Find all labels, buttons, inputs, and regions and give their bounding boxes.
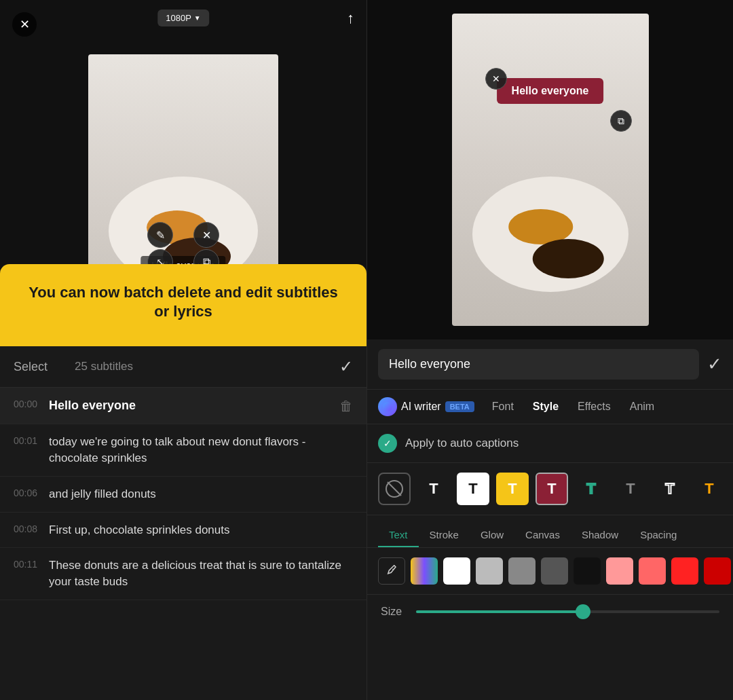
- right-panel: Hello everyone ✕ ⧉ ✓: [366, 0, 733, 700]
- darkgray-swatch[interactable]: [541, 557, 568, 585]
- left-panel: ✕ 1080P ▼ ↑ Hello everyone ✕ ✎ ⧉ ⤡ You c…: [0, 0, 366, 700]
- salmon-swatch[interactable]: [639, 557, 666, 585]
- apply-captions-row[interactable]: ✓ Apply to auto captions: [367, 424, 733, 463]
- ai-writer-label: AI writer: [401, 401, 441, 413]
- subtitle-count: 25 subtitles: [75, 360, 133, 373]
- export-button[interactable]: ↑: [347, 10, 354, 27]
- edit-panel: ✓ AI writer BETA: [367, 339, 733, 700]
- delete-circle-button[interactable]: ✕: [193, 222, 219, 248]
- select-label[interactable]: Select: [14, 360, 48, 374]
- subtitle-item[interactable]: 00:11 These donuts are a delicious treat…: [0, 548, 366, 600]
- midgray-swatch[interactable]: [508, 557, 535, 585]
- timestamp: 00:08: [14, 523, 38, 534]
- tabs-row: AI writer BETA Font Style Effects Anim: [367, 390, 733, 424]
- sub-tab-glow[interactable]: Glow: [470, 523, 514, 547]
- subtitle-text: These donuts are a delicious treat that …: [49, 557, 353, 590]
- delete-subtitle-icon[interactable]: 🗑: [339, 399, 353, 414]
- ai-writer-button[interactable]: AI writer BETA: [378, 397, 474, 416]
- subtitle-section: Select 25 subtitles ✓ 00:00 Hello everyo…: [0, 346, 366, 700]
- subtitle-item[interactable]: 00:08 First up, chocolate sprinkles donu…: [0, 513, 366, 549]
- size-slider[interactable]: [416, 610, 719, 613]
- subtitle-text: First up, chocolate sprinkles donuts: [49, 522, 353, 538]
- gradient-swatch[interactable]: [411, 557, 438, 585]
- ai-icon: [378, 397, 397, 416]
- svg-line-2: [388, 482, 401, 496]
- tab-style[interactable]: Style: [526, 397, 565, 417]
- red-swatch[interactable]: [671, 557, 698, 585]
- timestamp: 00:11: [14, 559, 38, 570]
- close-button-left[interactable]: ✕: [12, 12, 37, 37]
- style-graytext-option[interactable]: T: [614, 473, 647, 505]
- sub-tab-spacing[interactable]: Spacing: [629, 523, 688, 547]
- timestamp: 00:00: [14, 399, 38, 409]
- tab-anim[interactable]: Anim: [623, 397, 661, 417]
- pink-swatch[interactable]: [606, 557, 633, 585]
- style-greenstroke-option[interactable]: T: [575, 473, 607, 505]
- darkred-swatch[interactable]: [704, 557, 731, 585]
- style-none-option[interactable]: [378, 473, 411, 505]
- batch-edit-tooltip: You can now batch delete and edit subtit…: [0, 264, 366, 346]
- choc-donut-right: [532, 239, 603, 278]
- video-preview-left: ✕ 1080P ▼ ↑ Hello everyone ✕ ✎ ⧉ ⤡ You c…: [0, 0, 366, 346]
- sub-tab-canvas[interactable]: Canvas: [514, 523, 571, 547]
- sub-tabs-row: Text Stroke Glow Canvas Shadow Spacing: [367, 515, 733, 548]
- style-plain-option[interactable]: T: [417, 473, 450, 505]
- style-options-row: T T T T T T T T: [367, 463, 733, 515]
- caption-close-button[interactable]: ✕: [485, 68, 507, 90]
- sub-tab-stroke[interactable]: Stroke: [419, 523, 470, 547]
- slider-thumb[interactable]: [576, 604, 590, 619]
- black-swatch[interactable]: [574, 557, 601, 585]
- timestamp: 00:06: [14, 487, 38, 498]
- subtitle-text: and jelly filled donuts: [49, 486, 353, 502]
- subtitle-text: today we're going to talk about new donu…: [49, 434, 353, 466]
- subtitle-text: Hello everyone: [49, 397, 328, 414]
- color-row: [367, 548, 733, 595]
- apply-check-circle: ✓: [378, 434, 397, 453]
- size-row: Size: [367, 595, 733, 629]
- edit-circle-button[interactable]: ✎: [147, 222, 173, 248]
- style-whitebg-option[interactable]: T: [457, 473, 489, 505]
- slider-fill: [416, 610, 583, 613]
- svg-point-0: [383, 402, 392, 411]
- subtitle-item[interactable]: 00:01 today we're going to talk about ne…: [0, 424, 366, 477]
- subtitle-header: Select 25 subtitles ✓: [0, 346, 366, 388]
- sub-tab-text[interactable]: Text: [378, 523, 419, 547]
- caption-expand-button[interactable]: ⧉: [610, 110, 632, 132]
- beta-badge: BETA: [445, 401, 474, 412]
- timestamp: 00:01: [14, 435, 38, 446]
- sub-tab-shadow[interactable]: Shadow: [571, 523, 629, 547]
- style-outlinewhite-option[interactable]: T: [654, 473, 686, 505]
- eyedropper-button[interactable]: [378, 557, 405, 585]
- style-partial-option[interactable]: T: [693, 473, 726, 505]
- tooltip-arrow: [41, 345, 60, 346]
- subtitle-item[interactable]: 00:00 Hello everyone 🗑: [0, 388, 366, 424]
- caption-overlay-right: Hello everyone: [497, 78, 604, 104]
- confirm-check-icon[interactable]: ✓: [707, 354, 722, 375]
- lightgray-swatch[interactable]: [476, 557, 503, 585]
- subtitle-list: 00:00 Hello everyone 🗑 00:01 today we're…: [0, 388, 366, 700]
- size-label: Size: [381, 606, 405, 618]
- style-yellowbg-option[interactable]: T: [496, 473, 529, 505]
- video-frame-right: [452, 14, 649, 326]
- resolution-badge[interactable]: 1080P ▼: [157, 10, 209, 26]
- video-preview-right: Hello everyone ✕ ⧉: [367, 0, 733, 339]
- apply-captions-label: Apply to auto captions: [405, 437, 519, 450]
- style-redbg-option[interactable]: T: [535, 473, 568, 505]
- tab-effects[interactable]: Effects: [571, 397, 618, 417]
- text-input-row: ✓: [367, 339, 733, 390]
- white-swatch[interactable]: [443, 557, 470, 585]
- subtitle-confirm-icon[interactable]: ✓: [339, 357, 353, 376]
- subtitle-item[interactable]: 00:06 and jelly filled donuts: [0, 477, 366, 513]
- tab-font[interactable]: Font: [485, 397, 521, 417]
- text-input-field[interactable]: [378, 349, 699, 380]
